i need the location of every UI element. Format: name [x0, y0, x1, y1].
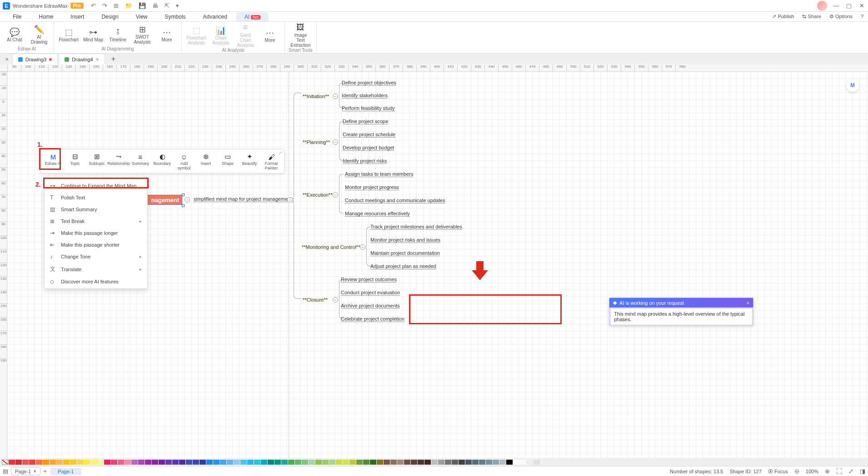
color-swatch[interactable] — [15, 460, 22, 465]
color-swatch[interactable] — [70, 460, 76, 465]
mindmap-leaf[interactable]: Maintain project documentation — [370, 250, 440, 256]
swot-tool[interactable]: ⊞SWOT Analysis — [131, 25, 153, 45]
new-icon[interactable]: ⊞ — [114, 2, 119, 9]
mindmap-category[interactable]: **Execution** — [301, 191, 334, 198]
color-swatch[interactable] — [281, 460, 288, 465]
color-swatch[interactable] — [234, 460, 240, 465]
tab-drawing3[interactable]: Drawing3 — [12, 54, 58, 64]
color-swatch[interactable] — [36, 460, 42, 465]
expand-toolbar-icon[interactable]: ⤢ — [279, 150, 282, 155]
color-swatch[interactable] — [56, 460, 63, 465]
mindmap-leaf[interactable]: Define project scope — [343, 119, 388, 124]
color-swatch[interactable] — [145, 460, 151, 465]
color-swatch[interactable] — [118, 460, 124, 465]
color-swatch[interactable] — [172, 460, 179, 465]
close-icon[interactable]: ✕ — [858, 2, 865, 10]
ai-assistant-badge[interactable]: M — [846, 79, 859, 92]
chart-analysis-tool[interactable]: 📊Chart Analysis — [210, 25, 232, 45]
color-swatch[interactable] — [268, 460, 274, 465]
color-swatch[interactable] — [22, 460, 29, 465]
color-swatch[interactable] — [452, 460, 458, 465]
color-swatch[interactable] — [90, 460, 97, 465]
color-swatch[interactable] — [125, 460, 131, 465]
canvas[interactable]: nagement − simplified mind map for proje… — [7, 72, 868, 458]
color-swatch[interactable] — [499, 460, 506, 465]
color-swatch[interactable] — [240, 460, 247, 465]
mindmap-leaf[interactable]: Manage resources effectively — [345, 211, 410, 217]
mindmap-leaf[interactable]: Assign tasks to team members — [345, 171, 413, 177]
collapse-toggle[interactable]: − — [333, 192, 338, 198]
new-tab-button[interactable]: + — [106, 54, 121, 64]
ctx-continue-expand[interactable]: ⊶Continue to Expand the Mind Map — [45, 180, 147, 192]
color-swatch[interactable] — [465, 460, 472, 465]
mindmap-leaf[interactable]: Archive project documents — [341, 303, 400, 309]
color-swatch[interactable] — [159, 460, 165, 465]
no-fill-swatch[interactable] — [2, 460, 8, 465]
color-swatch[interactable] — [534, 460, 540, 465]
ctx-make-shorter[interactable]: ⇤Make this passage shorter — [45, 239, 147, 251]
color-swatch[interactable] — [404, 460, 410, 465]
ctx-discover-ai[interactable]: ◇Discover more AI features — [45, 276, 147, 288]
page-list-icon[interactable]: ▤ — [3, 468, 8, 475]
mindmap-leaf[interactable]: Track project milestones and deliverable… — [370, 224, 462, 230]
mindmap-category[interactable]: **Initiation** — [301, 93, 331, 100]
collapse-toggle[interactable]: − — [333, 297, 338, 302]
gantt-analysis-tool[interactable]: ≡Gantt Chart Analysis — [234, 23, 256, 48]
ctx-smart-summary[interactable]: ▤Smart Summary — [45, 203, 147, 215]
mindmap-root-node[interactable]: nagement — [146, 195, 182, 205]
mindmap-tool[interactable]: ⊶Mind Map — [82, 27, 104, 42]
color-swatch[interactable] — [288, 460, 294, 465]
qat-dropdown-icon[interactable]: ▾ — [176, 2, 179, 9]
ai-drawing-tool[interactable]: ✏️AI Drawing — [28, 25, 50, 45]
collapse-toggle[interactable]: − — [185, 197, 190, 203]
float-topic[interactable]: ⊟Topic — [65, 151, 85, 171]
float-relationship[interactable]: ⤳Relationship — [109, 151, 129, 171]
float-shape[interactable]: ▭Shape — [218, 151, 238, 171]
color-swatch[interactable] — [459, 460, 465, 465]
selection-handle[interactable] — [182, 204, 185, 207]
color-swatch[interactable] — [384, 460, 390, 465]
mindmap-category[interactable]: **Planning** — [301, 139, 332, 146]
ctx-text-break[interactable]: ≣Text Break▸ — [45, 215, 147, 227]
float-summary[interactable]: ≡Summary — [130, 151, 150, 171]
tab-drawing4[interactable]: Drawing4× — [59, 54, 105, 64]
mindmap-category[interactable]: **Monitoring and Control** — [300, 243, 362, 251]
color-swatch[interactable] — [63, 460, 70, 465]
timeline-tool[interactable]: ⫱Timeline — [107, 27, 129, 42]
color-swatch[interactable] — [390, 460, 397, 465]
mindmap-leaf[interactable]: Celebrate project completion — [341, 316, 404, 322]
color-swatch[interactable] — [438, 460, 444, 465]
color-swatch[interactable] — [193, 460, 199, 465]
fit-page-icon[interactable]: ⛶ — [836, 468, 842, 475]
color-swatch[interactable] — [152, 460, 158, 465]
color-swatch[interactable] — [138, 460, 145, 465]
color-swatch[interactable] — [431, 460, 438, 465]
color-swatch[interactable] — [343, 460, 349, 465]
color-swatch[interactable] — [322, 460, 329, 465]
selection-handle[interactable] — [182, 193, 185, 196]
ctx-make-longer[interactable]: ⇥Make this passage longer — [45, 227, 147, 239]
mindmap-leaf[interactable]: Conduct meetings and communicate updates — [345, 198, 445, 203]
menu-view[interactable]: View — [128, 12, 156, 21]
color-swatch[interactable] — [97, 460, 104, 465]
collapse-toggle[interactable]: − — [333, 139, 338, 145]
export-icon[interactable]: ⇱ — [165, 2, 170, 9]
help-icon[interactable]: ? — [861, 14, 863, 20]
ctx-change-tone[interactable]: ♪Change Tone▸ — [45, 251, 147, 263]
collapse-toggle[interactable]: − — [333, 94, 338, 99]
color-swatch[interactable] — [261, 460, 267, 465]
mindmap-leaf[interactable]: Monitor project risks and issues — [370, 237, 440, 243]
color-swatch[interactable] — [527, 460, 533, 465]
color-swatch[interactable] — [370, 460, 376, 465]
color-swatch[interactable] — [254, 460, 260, 465]
menu-symbols[interactable]: Symbols — [157, 12, 194, 21]
publish-button[interactable]: ↗ Publish — [772, 14, 794, 20]
more-diagram-tool[interactable]: ⋯More — [156, 27, 178, 42]
float-boundary[interactable]: ◐Boundary — [152, 151, 172, 171]
mindmap-leaf[interactable]: Identify project risks — [343, 158, 387, 164]
color-swatch[interactable] — [486, 460, 492, 465]
color-swatch[interactable] — [77, 460, 83, 465]
close-popup-icon[interactable]: × — [747, 300, 749, 306]
color-swatch[interactable] — [111, 460, 117, 465]
menu-design[interactable]: Design — [93, 12, 126, 21]
